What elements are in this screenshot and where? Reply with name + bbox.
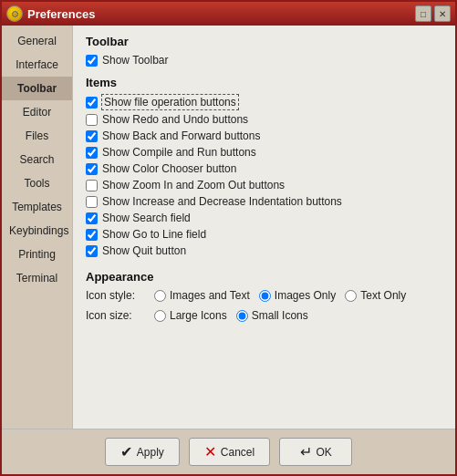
- sidebar: General Interface Toolbar Editor Files S…: [2, 26, 73, 429]
- checkbox-row-8: Show Go to Line field: [86, 228, 442, 241]
- radio-text-only[interactable]: Text Only: [345, 289, 406, 302]
- radio-large-icons-label: Large Icons: [170, 309, 227, 322]
- icon-style-row: Icon style: Images and Text Images Only: [86, 289, 442, 302]
- app-icon: ⚙: [6, 5, 23, 22]
- show-toolbar-label[interactable]: Show Toolbar: [102, 54, 169, 67]
- checkbox-label-2[interactable]: Show Back and Forward buttons: [102, 129, 260, 142]
- radio-small-icons-input[interactable]: [236, 310, 248, 322]
- radio-small-icons-label: Small Icons: [252, 309, 308, 322]
- checkbox-label-9[interactable]: Show Quit button: [102, 244, 186, 257]
- checkbox-8[interactable]: [86, 229, 98, 241]
- icon-size-radio-group: Large Icons Small Icons: [154, 309, 308, 322]
- items-section: Items Show file operation buttons Show R…: [86, 76, 442, 257]
- appearance-section: Appearance Icon style: Images and Text I…: [86, 270, 442, 322]
- checkbox-row-7: Show Search field: [86, 212, 442, 224]
- checkbox-row-0: Show file operation buttons: [86, 95, 442, 109]
- icon-style-radio-group: Images and Text Images Only Text Only: [154, 289, 406, 302]
- checkbox-row-4: Show Color Chooser button: [86, 162, 442, 175]
- checkbox-7[interactable]: [86, 212, 98, 224]
- radio-text-only-label: Text Only: [360, 289, 406, 302]
- checkbox-5[interactable]: [86, 180, 98, 191]
- titlebar-left: ⚙ Preferences: [6, 5, 95, 22]
- radio-images-only[interactable]: Images Only: [259, 289, 336, 302]
- sidebar-item-editor[interactable]: Editor: [2, 100, 72, 124]
- preferences-window: ⚙ Preferences □ ✕ General Interface Tool…: [0, 0, 457, 476]
- checkbox-label-8[interactable]: Show Go to Line field: [102, 228, 206, 241]
- checkbox-row-2: Show Back and Forward buttons: [86, 129, 442, 142]
- checkbox-0[interactable]: [86, 97, 98, 109]
- checkbox-label-1[interactable]: Show Redo and Undo buttons: [102, 113, 248, 126]
- radio-images-and-text-label: Images and Text: [170, 289, 250, 302]
- sidebar-item-printing[interactable]: Printing: [2, 243, 72, 266]
- apply-icon: ✔: [120, 443, 132, 460]
- close-button[interactable]: ✕: [434, 5, 451, 22]
- toolbar-section: Toolbar Show Toolbar: [86, 35, 442, 67]
- cancel-icon: ✕: [204, 443, 216, 460]
- ok-label: OK: [317, 446, 332, 459]
- sidebar-item-toolbar[interactable]: Toolbar: [2, 77, 72, 100]
- radio-large-icons-input[interactable]: [154, 310, 166, 322]
- window-body: General Interface Toolbar Editor Files S…: [2, 26, 455, 429]
- window-title: Preferences: [27, 7, 95, 21]
- toolbar-section-title: Toolbar: [86, 35, 442, 48]
- apply-button[interactable]: ✔ Apply: [105, 438, 180, 466]
- checkbox-row-5: Show Zoom In and Zoom Out buttons: [86, 179, 442, 191]
- ok-icon: ↵: [300, 443, 312, 460]
- titlebar: ⚙ Preferences □ ✕: [2, 2, 455, 26]
- sidebar-item-general[interactable]: General: [2, 29, 72, 53]
- sidebar-item-files[interactable]: Files: [2, 124, 72, 148]
- sidebar-item-terminal[interactable]: Terminal: [2, 266, 72, 290]
- checkbox-label-6[interactable]: Show Increase and Decrease Indentation b…: [102, 195, 342, 208]
- checkbox-row-6: Show Increase and Decrease Indentation b…: [86, 195, 442, 208]
- sidebar-item-templates[interactable]: Templates: [2, 195, 72, 219]
- checkbox-label-3[interactable]: Show Compile and Run buttons: [102, 146, 256, 159]
- radio-large-icons[interactable]: Large Icons: [154, 309, 227, 322]
- sidebar-item-keybindings[interactable]: Keybindings: [2, 219, 72, 243]
- apply-label: Apply: [137, 446, 164, 459]
- radio-images-only-input[interactable]: [259, 290, 271, 302]
- checkbox-label-4[interactable]: Show Color Chooser button: [102, 162, 236, 175]
- checkbox-label-7[interactable]: Show Search field: [102, 212, 191, 224]
- checkbox-3[interactable]: [86, 147, 98, 159]
- appearance-section-title: Appearance: [86, 270, 442, 284]
- sidebar-item-search[interactable]: Search: [2, 148, 72, 171]
- radio-images-and-text[interactable]: Images and Text: [154, 289, 250, 302]
- checkbox-row-9: Show Quit button: [86, 244, 442, 257]
- checkbox-4[interactable]: [86, 163, 98, 175]
- checkbox-2[interactable]: [86, 130, 98, 142]
- checkbox-row-1: Show Redo and Undo buttons: [86, 113, 442, 126]
- checkbox-label-0[interactable]: Show file operation buttons: [102, 95, 238, 109]
- titlebar-buttons: □ ✕: [415, 5, 451, 22]
- show-toolbar-row: Show Toolbar: [86, 54, 442, 67]
- minimize-button[interactable]: □: [415, 5, 431, 22]
- footer: ✔ Apply ✕ Cancel ↵ OK: [2, 429, 455, 474]
- checkbox-9[interactable]: [86, 245, 98, 257]
- sidebar-item-tools[interactable]: Tools: [2, 171, 72, 195]
- cancel-label: Cancel: [221, 446, 254, 459]
- sidebar-item-interface[interactable]: Interface: [2, 53, 72, 77]
- checkbox-6[interactable]: [86, 196, 98, 208]
- show-toolbar-checkbox[interactable]: [86, 55, 98, 67]
- radio-small-icons[interactable]: Small Icons: [236, 309, 308, 322]
- radio-images-only-label: Images Only: [275, 289, 336, 302]
- cancel-button[interactable]: ✕ Cancel: [189, 438, 270, 466]
- content-area: Toolbar Show Toolbar Items Show file ope…: [73, 26, 455, 429]
- ok-button[interactable]: ↵ OK: [279, 438, 352, 466]
- icon-size-label: Icon size:: [86, 309, 145, 322]
- checkbox-label-5[interactable]: Show Zoom In and Zoom Out buttons: [102, 179, 285, 191]
- icon-size-row: Icon size: Large Icons Small Icons: [86, 309, 442, 322]
- items-section-title: Items: [86, 76, 442, 89]
- icon-style-label: Icon style:: [86, 289, 145, 302]
- checkbox-row-3: Show Compile and Run buttons: [86, 146, 442, 159]
- checkbox-1[interactable]: [86, 114, 98, 126]
- radio-text-only-input[interactable]: [345, 290, 357, 302]
- radio-images-and-text-input[interactable]: [154, 290, 166, 302]
